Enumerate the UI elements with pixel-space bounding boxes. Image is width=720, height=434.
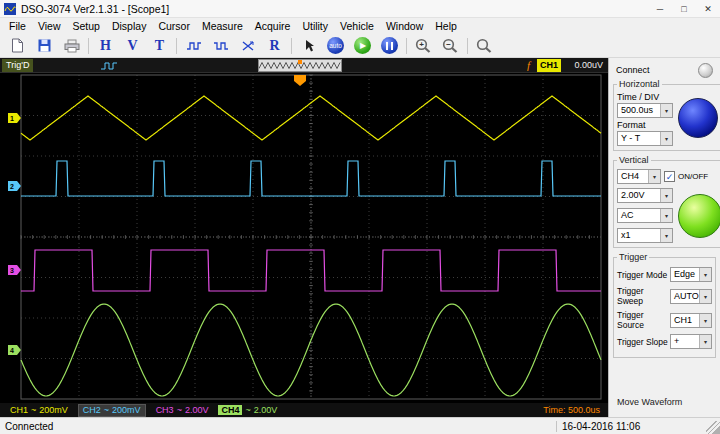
menu-file[interactable]: File: [3, 19, 32, 33]
svg-text:4: 4: [10, 347, 14, 354]
trigger-mode-value: Edge: [671, 268, 695, 281]
trigger-sweep-label: Trigger Sweep: [617, 286, 670, 306]
minimize-button[interactable]: ─: [648, 0, 672, 17]
toolbar-pause[interactable]: [377, 35, 402, 56]
chevron-down-icon: ▾: [660, 189, 672, 202]
trigger-sweep-select[interactable]: AUTO▾: [670, 289, 712, 304]
toolbar-separator: [406, 38, 407, 54]
app-icon: [4, 3, 16, 15]
onoff-label: ON/OFF: [678, 172, 708, 181]
probe-select[interactable]: x1 ▾: [617, 228, 673, 243]
coupling-symbol: ~: [31, 405, 36, 415]
channel-readout-ch1[interactable]: CH1~200mV: [10, 404, 68, 417]
menu-cursor[interactable]: Cursor: [152, 19, 196, 33]
trigger-slope-value: +: [671, 335, 679, 348]
menu-vehicle[interactable]: Vehicle: [334, 19, 380, 33]
print-icon: [64, 39, 80, 53]
toolbar: HVTRauto▶+−: [0, 34, 720, 58]
svg-text:+: +: [419, 40, 424, 49]
trigger-source-value: CH1: [671, 314, 692, 327]
coupling-select[interactable]: AC ▾: [617, 208, 673, 223]
trigger-mode-select[interactable]: Edge▾: [670, 267, 712, 282]
probe-value: x1: [618, 229, 631, 242]
toolbar-run[interactable]: ▶: [350, 35, 375, 56]
coupling-value: AC: [618, 209, 634, 222]
connect-button[interactable]: [698, 63, 713, 78]
menu-setup[interactable]: Setup: [67, 19, 106, 33]
toolbar-zoom-reset[interactable]: [472, 35, 497, 56]
trigger-slope-select[interactable]: +▾: [670, 334, 712, 349]
vertical-scale-select[interactable]: 2.00V ▾: [617, 188, 673, 203]
pause-icon: [381, 37, 398, 54]
trigger-group-title: Trigger: [617, 252, 649, 262]
channel-readout-ch4[interactable]: CH4~2.00V: [218, 404, 277, 417]
resize-grip[interactable]: [706, 421, 720, 434]
menu-utility[interactable]: Utility: [296, 19, 334, 33]
chevron-down-icon: ▾: [660, 104, 672, 117]
channel-scale: 2.00V: [185, 405, 209, 415]
menu-view[interactable]: View: [32, 19, 67, 33]
time-div-select[interactable]: 500.0us ▾: [617, 103, 673, 118]
toolbar-refresh[interactable]: R: [262, 35, 287, 56]
xy-mode-icon: [241, 40, 255, 52]
channel-name: CH1: [10, 405, 28, 415]
channel-readout-ch2[interactable]: CH2~200mV: [78, 404, 146, 417]
channel-name: CH3: [156, 405, 174, 415]
toolbar-trigger-setup[interactable]: T: [147, 35, 172, 56]
trigger-mode-label: Trigger Mode: [617, 270, 667, 280]
toolbar-cursor-tool[interactable]: [296, 35, 321, 56]
time-div-label: Time / DIV: [617, 92, 673, 102]
preview-position-marker: [298, 60, 302, 64]
time-per-div-readout: Time: 500.0us: [543, 405, 600, 415]
maximize-button[interactable]: □: [672, 0, 696, 17]
connection-status: Connected: [0, 421, 556, 432]
toolbar-zoom-out[interactable]: −: [438, 35, 463, 56]
toolbar-waveform-mode-2[interactable]: [208, 35, 233, 56]
toolbar-vertical-setup[interactable]: V: [120, 35, 145, 56]
menu-help[interactable]: Help: [429, 19, 463, 33]
menu-acquire[interactable]: Acquire: [249, 19, 297, 33]
chevron-down-icon: ▾: [660, 209, 672, 222]
toolbar-print[interactable]: [59, 35, 84, 56]
menu-measure[interactable]: Measure: [196, 19, 249, 33]
channel-onoff-checkbox[interactable]: ✓: [664, 171, 675, 182]
waveform-mode-2-icon: [213, 40, 229, 52]
channel-name: CH4: [218, 405, 242, 415]
zoom-in-icon: +: [415, 38, 432, 54]
toolbar-save[interactable]: [32, 35, 57, 56]
title-bar: DSO-3074 Ver2.1.31 - [Scope1] ─ □ ✕: [0, 0, 720, 18]
control-panel: Connect Horizontal Time / DIV 500.0us ▾ …: [608, 58, 720, 417]
chevron-down-icon: ▾: [660, 229, 672, 242]
format-label: Format: [617, 120, 673, 130]
chevron-down-icon: ▾: [699, 268, 711, 281]
horizontal-position-knob[interactable]: [678, 98, 718, 138]
vertical-channel-value: CH4: [618, 170, 639, 183]
menu-display[interactable]: Display: [106, 19, 152, 33]
chevron-down-icon: ▾: [648, 170, 660, 183]
toolbar-new[interactable]: [5, 35, 30, 56]
scope-display[interactable]: 1234: [8, 73, 604, 403]
toolbar-zoom-in[interactable]: +: [411, 35, 436, 56]
svg-text:3: 3: [10, 267, 14, 274]
toolbar-xy-mode[interactable]: [235, 35, 260, 56]
toolbar-auto-set[interactable]: auto: [323, 35, 348, 56]
toolbar-horizontal-setup[interactable]: H: [93, 35, 118, 56]
trigger-freq-icon: f: [527, 59, 530, 71]
channel-scale: 200mV: [112, 405, 141, 415]
menu-window[interactable]: Window: [380, 19, 429, 33]
chevron-down-icon: ▾: [660, 132, 672, 145]
close-button[interactable]: ✕: [696, 0, 720, 17]
format-select[interactable]: Y - T ▾: [617, 131, 673, 146]
vertical-channel-select[interactable]: CH4 ▾: [617, 169, 661, 184]
trigger-position-marker[interactable]: [294, 75, 306, 86]
vertical-position-knob[interactable]: [678, 194, 720, 238]
trigger-source-select[interactable]: CH1▾: [670, 313, 712, 328]
record-preview[interactable]: [258, 59, 342, 72]
toolbar-waveform-mode[interactable]: [181, 35, 206, 56]
channel-scale: 2.00V: [254, 405, 278, 415]
vertical-group-title: Vertical: [617, 155, 651, 165]
channel-readout-ch3[interactable]: CH3~2.00V: [156, 404, 209, 417]
cursor-tool-icon: [303, 39, 315, 53]
chevron-down-icon: ▾: [699, 335, 711, 348]
svg-text:1: 1: [10, 115, 14, 122]
